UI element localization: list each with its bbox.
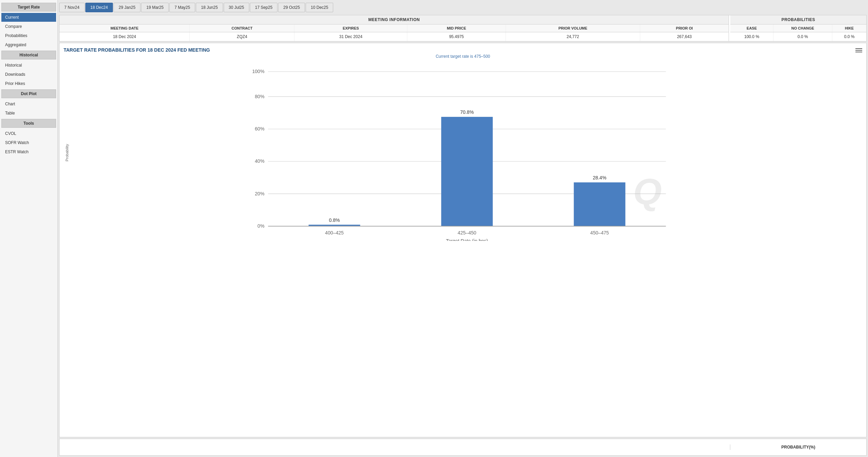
sidebar-item-prior-hikes[interactable]: Prior Hikes <box>1 79 56 88</box>
date-tab-29-oct25[interactable]: 29 Oct25 <box>278 3 305 12</box>
date-tab-10-dec25[interactable]: 10 Dec25 <box>306 3 333 12</box>
prob-cell: 0.0 % <box>832 32 866 41</box>
prob-table: EASENO CHANGEHIKE 100.0 %0.0 %0.0 % <box>730 24 866 41</box>
meeting-col-mid-price: MID PRICE <box>407 24 506 32</box>
sidebar-item-cvol[interactable]: CVOL <box>1 129 56 138</box>
date-tab-17-sep25[interactable]: 17 Sep25 <box>250 3 277 12</box>
y-axis-label: Probability <box>64 64 70 241</box>
date-tab-29-jan25[interactable]: 29 Jan25 <box>114 3 140 12</box>
bar-3 <box>574 182 626 226</box>
chart-svg: 0% 20% 40% 60% 80% 100% <box>72 64 862 241</box>
sidebar-item-downloads[interactable]: Downloads <box>1 70 56 79</box>
sidebar-item-estr-watch[interactable]: ESTR Watch <box>1 147 56 156</box>
sidebar-dot-plot-header: Dot Plot <box>1 89 56 98</box>
date-tab-7-may25[interactable]: 7 May25 <box>169 3 195 12</box>
info-panels: MEETING INFORMATION MEETING DATECONTRACT… <box>59 15 867 41</box>
meeting-col-prior-volume: PRIOR VOLUME <box>506 24 640 32</box>
svg-text:20%: 20% <box>255 191 265 196</box>
prob-col-ease: EASE <box>730 24 773 32</box>
meeting-info-panel: MEETING INFORMATION MEETING DATECONTRACT… <box>59 15 729 41</box>
sidebar-item-aggregated[interactable]: Aggregated <box>1 40 56 49</box>
meeting-cell: 95.4975 <box>407 32 506 41</box>
date-tab-30-jul25[interactable]: 30 Jul25 <box>224 3 249 12</box>
svg-text:0.8%: 0.8% <box>329 217 340 223</box>
chart-inner: 0% 20% 40% 60% 80% 100% <box>72 64 862 241</box>
date-tab-18-jun25[interactable]: 18 Jun25 <box>196 3 223 12</box>
meeting-cell: ZQZ4 <box>190 32 294 41</box>
svg-text:400–425: 400–425 <box>325 230 344 235</box>
svg-text:Q: Q <box>633 171 662 212</box>
meeting-cell: 31 Dec 2024 <box>294 32 407 41</box>
chart-title: TARGET RATE PROBABILITIES FOR 18 DEC 202… <box>64 47 862 53</box>
svg-text:450–475: 450–475 <box>590 230 609 235</box>
date-tab-19-mar25[interactable]: 19 Mar25 <box>141 3 169 12</box>
sidebar-item-current[interactable]: Current <box>1 13 56 22</box>
bar-2 <box>441 117 493 226</box>
meeting-col-expires: EXPIRES <box>294 24 407 32</box>
sidebar-target-rate-header: Target Rate <box>1 3 56 12</box>
chart-area: Probability <box>64 64 862 241</box>
prob-col-no change: NO CHANGE <box>773 24 832 32</box>
svg-text:28.4%: 28.4% <box>593 175 607 180</box>
sidebar-item-chart[interactable]: Chart <box>1 100 56 108</box>
meeting-col-prior-oi: PRIOR OI <box>640 24 729 32</box>
svg-text:100%: 100% <box>252 69 265 74</box>
sidebar-item-table[interactable]: Table <box>1 109 56 118</box>
chart-menu-icon[interactable] <box>855 47 862 53</box>
svg-text:Target Rate (in bps): Target Rate (in bps) <box>446 238 488 241</box>
bottom-panel-label: PROBABILITY(%) <box>730 442 866 452</box>
sidebar: Target Rate CurrentCompareProbabilitiesA… <box>0 0 58 457</box>
bottom-panel: PROBABILITY(%) <box>59 439 867 456</box>
svg-text:425–450: 425–450 <box>458 230 476 235</box>
meeting-col-meeting-date: MEETING DATE <box>59 24 190 32</box>
svg-text:0%: 0% <box>257 223 265 229</box>
main-content: 7 Nov2418 Dec2429 Jan2519 Mar257 May2518… <box>58 0 868 457</box>
meeting-cell: 267,643 <box>640 32 729 41</box>
prob-col-hike: HIKE <box>832 24 866 32</box>
date-tabs: 7 Nov2418 Dec2429 Jan2519 Mar257 May2518… <box>59 1 867 14</box>
svg-text:80%: 80% <box>255 94 265 99</box>
probabilities-title: PROBABILITIES <box>730 15 866 24</box>
date-tab-18-dec24[interactable]: 18 Dec24 <box>85 3 113 12</box>
meeting-col-contract: CONTRACT <box>190 24 294 32</box>
meeting-info-title: MEETING INFORMATION <box>59 15 729 24</box>
probabilities-panel: PROBABILITIES EASENO CHANGEHIKE 100.0 %0… <box>730 15 866 41</box>
chart-subtitle: Current target rate is 475–500 <box>64 54 862 59</box>
sidebar-item-probabilities[interactable]: Probabilities <box>1 31 56 40</box>
svg-text:60%: 60% <box>255 126 265 131</box>
meeting-info-table: MEETING DATECONTRACTEXPIRESMID PRICEPRIO… <box>59 24 729 41</box>
sidebar-item-historical[interactable]: Historical <box>1 61 56 70</box>
bottom-panel-left <box>59 444 730 450</box>
sidebar-tools-header: Tools <box>1 119 56 128</box>
meeting-cell: 18 Dec 2024 <box>59 32 190 41</box>
date-tab-7-nov24[interactable]: 7 Nov24 <box>59 3 85 12</box>
meeting-cell: 24,772 <box>506 32 640 41</box>
chart-panel: TARGET RATE PROBABILITIES FOR 18 DEC 202… <box>59 43 867 437</box>
prob-cell: 0.0 % <box>773 32 832 41</box>
sidebar-item-sofr-watch[interactable]: SOFR Watch <box>1 138 56 147</box>
prob-cell: 100.0 % <box>730 32 773 41</box>
svg-text:40%: 40% <box>255 158 265 164</box>
sidebar-item-compare[interactable]: Compare <box>1 22 56 31</box>
sidebar-historical-header: Historical <box>1 51 56 59</box>
svg-text:70.8%: 70.8% <box>460 109 474 115</box>
